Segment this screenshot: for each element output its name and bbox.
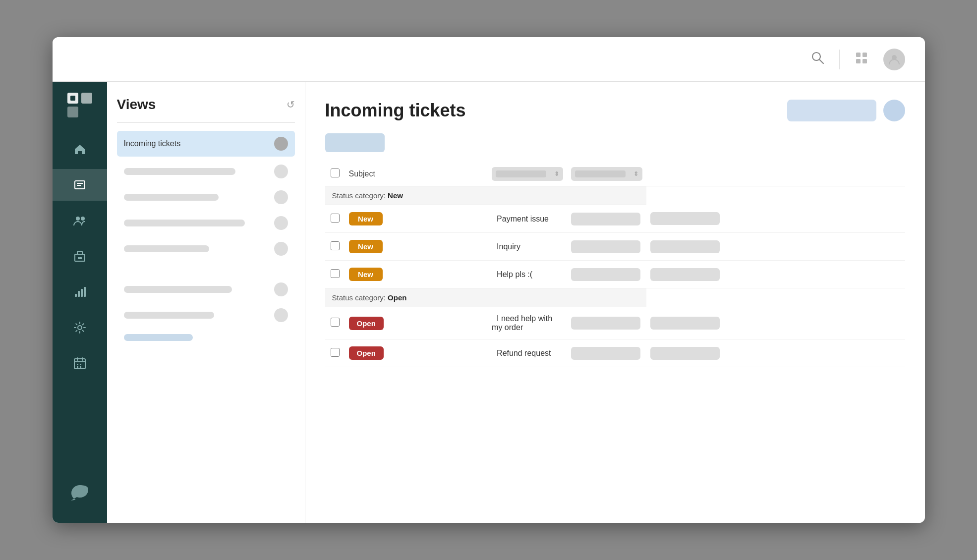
views-title: Views — [117, 97, 156, 112]
table-row[interactable]: New Help pls :( — [325, 261, 905, 288]
header-action-btn-1[interactable] — [787, 100, 876, 121]
svg-rect-20 — [75, 294, 77, 297]
th-col-1: ⇕ — [488, 162, 567, 186]
sidebar-item-tickets[interactable] — [53, 169, 107, 201]
skeleton-view-3 — [117, 211, 295, 235]
status-badge-new: New — [349, 212, 383, 225]
ticket-subject: Inquiry — [492, 242, 520, 251]
avatar[interactable] — [883, 49, 905, 70]
row-col1 — [567, 205, 646, 233]
svg-rect-4 — [856, 59, 861, 63]
top-bar — [53, 37, 925, 82]
row-subject-cell: Refund request — [488, 339, 567, 367]
select-all-checkbox[interactable] — [331, 168, 340, 177]
row-col2 — [646, 233, 905, 261]
th-checkbox — [325, 162, 345, 186]
svg-point-14 — [76, 217, 80, 221]
sidebar-item-users[interactable] — [53, 205, 107, 236]
content-header: Incoming tickets — [325, 100, 905, 121]
row-col1 — [567, 307, 646, 339]
header-actions — [787, 100, 905, 121]
sidebar-item-settings[interactable] — [53, 312, 107, 343]
row-checkbox[interactable] — [331, 214, 340, 223]
row-status-cell: Open — [345, 307, 488, 339]
row-col2 — [646, 339, 905, 367]
status-badge-open: Open — [349, 317, 384, 330]
main-area: Views ↺ Incoming tickets — [53, 82, 925, 523]
row-status-cell: Open — [345, 339, 488, 367]
skeleton-view-7 — [117, 329, 295, 346]
row-checkbox-cell — [325, 261, 345, 288]
row-col2 — [646, 261, 905, 288]
category-row-open: Status category: Open — [325, 288, 905, 307]
svg-rect-23 — [84, 287, 86, 297]
table-row[interactable]: New Payment issue — [325, 205, 905, 233]
sidebar-item-organization[interactable] — [53, 240, 107, 272]
skeleton-view-2 — [117, 185, 295, 209]
table-row[interactable]: Open I need help with my order — [325, 307, 905, 339]
table-row[interactable]: Open Refund request — [325, 339, 905, 367]
sidebar-nav — [53, 133, 107, 476]
sidebar — [53, 82, 107, 523]
ticket-table: Subject ⇕ ⇕ — [325, 162, 905, 367]
skeleton-view-6 — [117, 303, 295, 327]
row-status-cell: New — [345, 233, 488, 261]
grid-icon[interactable] — [855, 51, 868, 68]
th-col-2: ⇕ — [567, 162, 646, 186]
svg-point-24 — [78, 326, 82, 330]
search-icon[interactable] — [810, 51, 824, 68]
svg-rect-9 — [81, 93, 92, 104]
sidebar-item-home[interactable] — [53, 133, 107, 165]
row-col1 — [567, 233, 646, 261]
status-badge-open: Open — [349, 346, 384, 360]
app-frame: Views ↺ Incoming tickets — [53, 37, 925, 523]
table-row[interactable]: New Inquiry — [325, 233, 905, 261]
ticket-subject: Help pls :( — [492, 270, 532, 279]
row-subject-cell: I need help with my order — [488, 307, 567, 339]
row-status-cell: New — [345, 205, 488, 233]
category-row-new: Status category: New — [325, 186, 905, 205]
row-col1 — [567, 261, 646, 288]
row-checkbox[interactable] — [331, 348, 340, 357]
skeleton-view-4 — [117, 237, 295, 261]
sort-chevron-2[interactable]: ⇕ — [633, 170, 638, 177]
svg-rect-5 — [862, 59, 867, 63]
refresh-icon[interactable]: ↺ — [287, 99, 295, 111]
page-title: Incoming tickets — [325, 100, 466, 121]
svg-rect-19 — [80, 257, 82, 259]
content-area: Incoming tickets Subject — [305, 82, 925, 523]
row-checkbox-cell — [325, 339, 345, 367]
svg-rect-29 — [77, 364, 78, 365]
row-checkbox[interactable] — [331, 241, 340, 250]
row-checkbox[interactable] — [331, 318, 340, 327]
views-divider — [117, 122, 295, 123]
header-action-btn-2[interactable] — [883, 100, 905, 121]
row-subject-cell: Payment issue — [488, 205, 567, 233]
row-subject-cell: Inquiry — [488, 233, 567, 261]
row-checkbox-cell — [325, 233, 345, 261]
row-checkbox-cell — [325, 205, 345, 233]
views-panel: Views ↺ Incoming tickets — [107, 82, 305, 523]
svg-rect-32 — [80, 366, 81, 368]
view-item-incoming-tickets[interactable]: Incoming tickets — [117, 131, 295, 157]
row-checkbox-cell — [325, 307, 345, 339]
logo — [66, 92, 93, 118]
sidebar-item-reports[interactable] — [53, 276, 107, 308]
view-item-badge — [274, 137, 288, 151]
svg-rect-10 — [67, 107, 78, 117]
filter-button[interactable] — [325, 133, 385, 152]
sidebar-item-calendar[interactable] — [53, 347, 107, 379]
topbar-divider — [839, 50, 840, 69]
svg-rect-22 — [81, 289, 83, 297]
category-label-open: Status category: Open — [332, 293, 407, 302]
svg-line-1 — [819, 60, 823, 64]
sort-chevron-1[interactable]: ⇕ — [554, 170, 559, 177]
sidebar-item-zendesk[interactable] — [53, 476, 107, 508]
row-col2 — [646, 205, 905, 233]
table-header-row: Subject ⇕ ⇕ — [325, 162, 905, 186]
status-badge-new: New — [349, 240, 383, 253]
skeleton-view-1 — [117, 160, 295, 183]
view-item-label: Incoming tickets — [124, 139, 181, 148]
row-checkbox[interactable] — [331, 269, 340, 278]
filter-row — [325, 133, 905, 152]
